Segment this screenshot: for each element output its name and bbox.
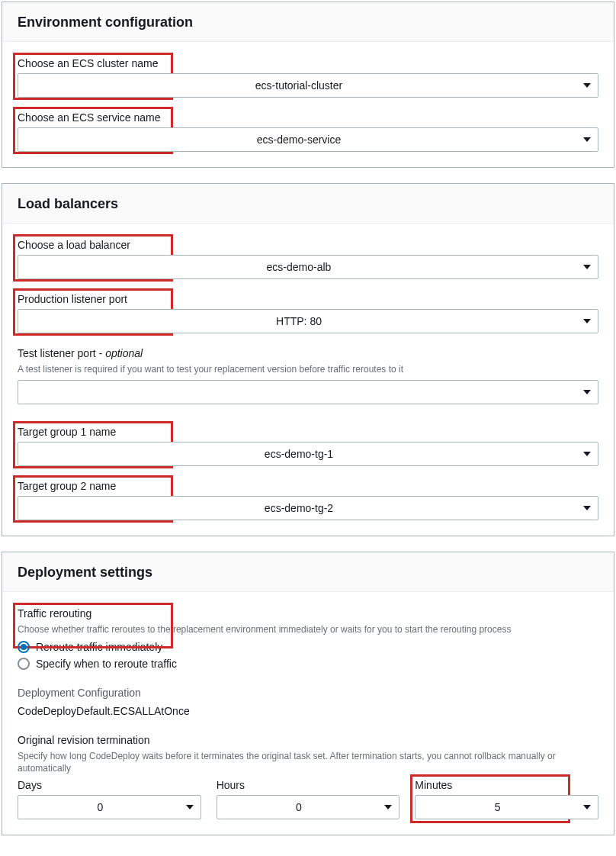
- ecs-service-field: Choose an ECS service name ecs-demo-serv…: [18, 111, 598, 152]
- ecs-cluster-label: Choose an ECS cluster name: [18, 57, 598, 69]
- original-revision-section: Original revision termination Specify ho…: [18, 734, 598, 820]
- traffic-rerouting-desc: Choose whether traffic reroutes to the r…: [18, 623, 598, 636]
- reroute-immediately-option[interactable]: Reroute traffic immediately: [18, 641, 598, 653]
- traffic-rerouting-field: Traffic rerouting Choose whether traffic…: [18, 607, 598, 670]
- ecs-service-select[interactable]: ecs-demo-service: [18, 127, 598, 152]
- deployment-settings-panel: Deployment settings Traffic rerouting Ch…: [2, 552, 614, 835]
- target-group-2-field: Target group 2 name ecs-demo-tg-2: [18, 480, 598, 520]
- panel-header: Environment configuration: [2, 2, 614, 42]
- original-revision-label: Original revision termination: [18, 734, 598, 746]
- ecs-cluster-select[interactable]: ecs-tutorial-cluster: [18, 73, 598, 98]
- load-balancer-select[interactable]: ecs-demo-alb: [18, 255, 598, 279]
- days-label: Days: [18, 779, 201, 791]
- production-listener-field: Production listener port HTTP: 80: [18, 293, 598, 333]
- target-group-1-label: Target group 1 name: [18, 426, 598, 438]
- target-group-1-field: Target group 1 name ecs-demo-tg-1: [18, 426, 598, 466]
- ecs-cluster-field: Choose an ECS cluster name ecs-tutorial-…: [18, 57, 598, 98]
- specify-reroute-option[interactable]: Specify when to reroute traffic: [18, 658, 598, 670]
- hours-label: Hours: [217, 779, 400, 791]
- load-balancers-panel: Load balancers Choose a load balancer ec…: [2, 183, 614, 536]
- panel-header: Deployment settings: [2, 552, 614, 592]
- minutes-select[interactable]: 5: [415, 795, 598, 819]
- production-listener-label: Production listener port: [18, 293, 598, 305]
- target-group-1-select[interactable]: ecs-demo-tg-1: [18, 442, 598, 466]
- panel-header: Load balancers: [2, 184, 614, 224]
- target-group-2-label: Target group 2 name: [18, 480, 598, 492]
- load-balancer-label: Choose a load balancer: [18, 239, 598, 251]
- minutes-field: Minutes 5: [415, 779, 598, 819]
- radio-label: Specify when to reroute traffic: [36, 658, 177, 670]
- deployment-configuration-section: Deployment Configuration CodeDeployDefau…: [18, 687, 598, 717]
- test-listener-label: Test listener port - optional: [18, 347, 598, 359]
- original-revision-desc: Specify how long CodeDeploy waits before…: [18, 750, 598, 776]
- traffic-rerouting-label: Traffic rerouting: [18, 607, 598, 619]
- panel-title: Environment configuration: [18, 14, 598, 31]
- panel-title: Load balancers: [18, 196, 598, 212]
- panel-title: Deployment settings: [18, 565, 598, 581]
- days-field: Days 0: [18, 779, 201, 819]
- hours-select[interactable]: 0: [217, 795, 400, 819]
- days-select[interactable]: 0: [18, 795, 201, 819]
- deployment-configuration-label: Deployment Configuration: [18, 687, 598, 699]
- hours-field: Hours 0: [217, 779, 400, 819]
- deployment-configuration-value: CodeDeployDefault.ECSALLAtOnce: [18, 705, 598, 717]
- minutes-label: Minutes: [415, 779, 598, 791]
- test-listener-select[interactable]: [18, 380, 598, 404]
- radio-unchecked-icon[interactable]: [18, 658, 30, 670]
- load-balancer-field: Choose a load balancer ecs-demo-alb: [18, 239, 598, 279]
- test-listener-field: Test listener port - optional A test lis…: [18, 347, 598, 404]
- target-group-2-select[interactable]: ecs-demo-tg-2: [18, 496, 598, 520]
- production-listener-select[interactable]: HTTP: 80: [18, 309, 598, 333]
- ecs-service-label: Choose an ECS service name: [18, 111, 598, 124]
- environment-configuration-panel: Environment configuration Choose an ECS …: [2, 2, 614, 168]
- radio-label: Reroute traffic immediately: [36, 641, 162, 653]
- test-listener-desc: A test listener is required if you want …: [18, 363, 598, 376]
- radio-checked-icon[interactable]: [18, 641, 30, 653]
